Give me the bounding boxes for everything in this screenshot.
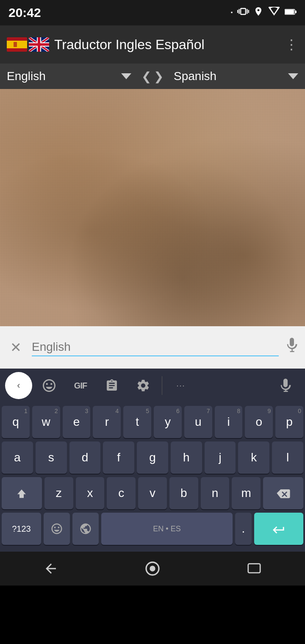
translation-area[interactable]	[0, 89, 305, 326]
key-c[interactable]: c	[107, 477, 136, 509]
svg-rect-8	[14, 42, 17, 47]
clear-button[interactable]: ✕	[7, 336, 25, 359]
clipboard-toolbar-button[interactable]	[97, 373, 126, 398]
key-t[interactable]: 5t	[123, 406, 151, 438]
chevron-right-icon: ❯	[154, 69, 164, 83]
back-nav-button[interactable]	[34, 552, 68, 586]
input-bar: ✕	[0, 326, 305, 369]
num-key[interactable]: ?123	[2, 513, 41, 545]
more-options-icon[interactable]: ⋮	[285, 36, 298, 53]
svg-rect-1	[285, 10, 294, 14]
key-e[interactable]: 3e	[63, 406, 91, 438]
key-p[interactable]: 0p	[275, 406, 303, 438]
key-q[interactable]: 1q	[2, 406, 30, 438]
gif-toolbar-button[interactable]: GIF	[66, 373, 95, 398]
microphone-button[interactable]	[286, 337, 298, 358]
keyboard: 1q 2w 3e 4r 5t 6y 7u 8i 9o 0p a s d f g …	[0, 402, 305, 552]
svg-point-11	[150, 566, 155, 571]
svg-rect-12	[248, 564, 260, 573]
nav-bar	[0, 552, 305, 586]
key-m[interactable]: m	[232, 477, 261, 509]
enter-key[interactable]	[254, 513, 303, 545]
uk-flag	[29, 37, 49, 52]
key-h[interactable]: h	[171, 441, 202, 474]
location-icon	[253, 6, 263, 20]
wifi-icon	[268, 7, 280, 19]
flag-container	[7, 37, 49, 52]
key-d[interactable]: d	[69, 441, 101, 474]
mic-toolbar-button[interactable]	[271, 373, 300, 398]
key-r[interactable]: 4r	[93, 406, 121, 438]
spain-flag	[7, 37, 27, 52]
key-k[interactable]: k	[238, 441, 269, 474]
toolbar-divider	[162, 376, 162, 395]
app-bar: Traductor Ingles Español ⋮	[0, 25, 305, 64]
key-n[interactable]: n	[201, 477, 230, 509]
key-w[interactable]: 2w	[32, 406, 60, 438]
status-time: 20:42	[8, 6, 41, 20]
emoji-key[interactable]	[44, 513, 70, 545]
key-i[interactable]: 8i	[215, 406, 243, 438]
keyboard-row-4: ?123 EN • ES .	[2, 513, 303, 545]
status-icons: ·	[230, 6, 297, 20]
key-x[interactable]: x	[76, 477, 105, 509]
status-bar: 20:42 ·	[0, 0, 305, 25]
key-s[interactable]: s	[36, 441, 67, 474]
key-y[interactable]: 6y	[154, 406, 182, 438]
svg-rect-7	[7, 48, 27, 52]
key-j[interactable]: j	[205, 441, 236, 474]
source-language-arrow	[121, 73, 131, 79]
target-language-selector[interactable]: Spanish	[167, 64, 305, 89]
language-swap-controls[interactable]: ❮ ❯	[138, 69, 167, 83]
period-key[interactable]: .	[235, 513, 252, 545]
translation-input[interactable]	[32, 339, 279, 356]
keyboard-row-3: z x c v b n m	[2, 477, 303, 509]
key-v[interactable]: v	[138, 477, 167, 509]
key-f[interactable]: f	[103, 441, 134, 474]
battery-icon	[285, 7, 297, 18]
target-language-arrow	[288, 73, 298, 79]
vibrate-icon	[237, 6, 249, 20]
shift-key[interactable]	[2, 477, 42, 509]
keyboard-row-1: 1q 2w 3e 4r 5t 6y 7u 8i 9o 0p	[2, 406, 303, 438]
key-z[interactable]: z	[44, 477, 73, 509]
space-key[interactable]: EN • ES	[101, 513, 233, 545]
key-o[interactable]: 9o	[245, 406, 273, 438]
gif-label: GIF	[74, 381, 87, 391]
target-language-label: Spanish	[174, 69, 216, 83]
key-a[interactable]: a	[2, 441, 33, 474]
globe-key[interactable]	[72, 513, 99, 545]
more-toolbar-button[interactable]: ···	[166, 373, 195, 398]
keyboard-back-icon: ‹	[17, 380, 20, 391]
keyboard-toolbar: ‹ GIF ···	[0, 369, 305, 402]
delete-key[interactable]	[263, 477, 303, 509]
app-title: Traductor Ingles Español	[54, 37, 280, 53]
source-language-label: English	[7, 69, 46, 83]
dot-icon: ·	[230, 7, 233, 18]
key-g[interactable]: g	[137, 441, 168, 474]
more-toolbar-icon: ···	[176, 381, 185, 390]
recents-nav-button[interactable]	[237, 552, 271, 586]
settings-toolbar-button[interactable]	[129, 373, 158, 398]
chevron-left-icon: ❮	[141, 69, 151, 83]
keyboard-row-2: a s d f g h j k l	[2, 441, 303, 474]
keyboard-back-button[interactable]: ‹	[5, 372, 32, 399]
home-nav-button[interactable]	[136, 552, 169, 586]
key-l[interactable]: l	[272, 441, 303, 474]
lang-bar: English ❮ ❯ Spanish	[0, 64, 305, 89]
key-b[interactable]: b	[169, 477, 198, 509]
svg-rect-2	[295, 11, 297, 13]
svg-rect-6	[7, 37, 27, 41]
key-u[interactable]: 7u	[184, 406, 212, 438]
emoji-toolbar-button[interactable]	[35, 373, 64, 398]
source-language-selector[interactable]: English	[0, 64, 138, 89]
